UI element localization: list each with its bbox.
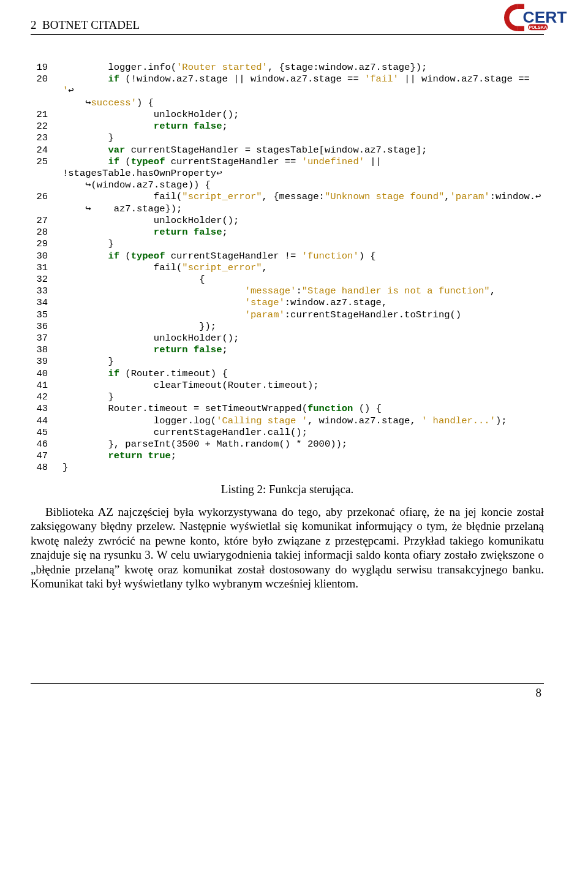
code-line: 47 return true;: [31, 450, 544, 462]
body-paragraph: Biblioteka AZ najczęściej była wykorzyst…: [31, 505, 544, 591]
code-content: }, parseInt(3500 + Math.random() * 2000)…: [62, 439, 347, 450]
code-content: return false;: [62, 344, 228, 356]
line-number: 40: [31, 368, 48, 380]
line-number: 28: [31, 227, 48, 238]
section-number: 2: [31, 18, 37, 31]
line-number: 32: [31, 274, 48, 285]
code-line: 45 currentStageHandler.call();: [31, 427, 544, 439]
code-line: 46 }, parseInt(3500 + Math.random() * 20…: [31, 439, 544, 450]
code-line: 36 });: [31, 321, 544, 333]
code-content: currentStageHandler.call();: [62, 427, 307, 439]
section-title: BOTNET CITADEL: [42, 18, 140, 31]
line-number: 46: [31, 439, 48, 450]
line-number: 43: [31, 403, 48, 415]
code-content: return false;: [62, 227, 228, 238]
code-content: }: [62, 356, 114, 368]
code-content: unlockHolder();: [62, 333, 239, 344]
line-number: 38: [31, 344, 48, 356]
code-line: 39 }: [31, 356, 544, 368]
line-number: 36: [31, 321, 48, 333]
line-number: 37: [31, 333, 48, 344]
line-number: 27: [31, 215, 48, 227]
logo-text-main: CERT: [523, 8, 567, 26]
code-content: logger.info('Router started', {stage:win…: [62, 62, 427, 74]
code-line: 30 if (typeof currentStageHandler != 'fu…: [31, 251, 544, 262]
code-line: 21 unlockHolder();: [31, 109, 544, 121]
line-number: 45: [31, 427, 48, 439]
footer-rule: [31, 683, 544, 684]
line-number: 34: [31, 297, 48, 309]
code-content: if (!window.az7.stage || window.az7.stag…: [62, 74, 544, 97]
line-number: 42: [31, 391, 48, 403]
line-number: 47: [31, 450, 48, 462]
line-number: 26: [31, 191, 48, 203]
listing-caption: Listing 2: Funkcja sterująca.: [31, 483, 544, 496]
line-number: 21: [31, 109, 48, 121]
code-line: 27 unlockHolder();: [31, 215, 544, 227]
logo-text-sub: POLSKA: [529, 25, 547, 30]
code-line: ↪(window.az7.stage)) {: [31, 179, 544, 191]
line-number: 35: [31, 309, 48, 321]
line-number: 31: [31, 262, 48, 274]
line-number: 23: [31, 132, 48, 144]
code-line: 33 'message':"Stage handler is not a fun…: [31, 285, 544, 297]
line-number: 41: [31, 380, 48, 391]
code-content: }: [62, 462, 68, 474]
code-line: 43 Router.timeout = setTimeoutWrapped(fu…: [31, 403, 544, 415]
code-line: 32 {: [31, 274, 544, 285]
line-number: 24: [31, 145, 48, 156]
code-line: 19 logger.info('Router started', {stage:…: [31, 62, 544, 74]
code-line: 24 var currentStageHandler = stagesTable…: [31, 145, 544, 156]
code-listing: 19 logger.info('Router started', {stage:…: [31, 62, 544, 474]
code-content: {: [62, 274, 205, 285]
code-line: 40 if (Router.timeout) {: [31, 368, 544, 380]
code-line: 38 return false;: [31, 344, 544, 356]
line-number: 48: [31, 462, 48, 474]
code-content: fail("script_error", {message:"Unknown s…: [62, 191, 541, 203]
code-content: return true;: [62, 450, 176, 462]
code-content: unlockHolder();: [62, 109, 239, 121]
line-number: 39: [31, 356, 48, 368]
page-number: 8: [31, 686, 544, 700]
code-line: 35 'param':currentStageHandler.toString(…: [31, 309, 544, 321]
code-line: 37 unlockHolder();: [31, 333, 544, 344]
code-line: 44 logger.log('Calling stage ', window.a…: [31, 415, 544, 427]
code-content: Router.timeout = setTimeoutWrapped(funct…: [62, 403, 382, 415]
line-number: 22: [31, 121, 48, 132]
code-content: ↪ az7.stage});: [62, 203, 182, 215]
code-content: }: [62, 132, 114, 144]
code-content: ↪success') {: [62, 97, 154, 109]
code-line: 34 'stage':window.az7.stage,: [31, 297, 544, 309]
line-number: 30: [31, 251, 48, 262]
code-line: 25 if (typeof currentStageHandler == 'un…: [31, 156, 544, 179]
code-content: unlockHolder();: [62, 215, 239, 227]
code-line: 29 }: [31, 238, 544, 250]
code-line: 28 return false;: [31, 227, 544, 238]
code-content: });: [62, 321, 216, 333]
line-number: [31, 203, 48, 215]
cert-polska-logo: CERT POLSKA: [502, 4, 576, 33]
code-line: 42 }: [31, 391, 544, 403]
line-number: 29: [31, 238, 48, 250]
code-content: return false;: [62, 121, 228, 132]
code-line: 31 fail("script_error",: [31, 262, 544, 274]
line-number: 20: [31, 74, 48, 97]
code-line: 23 }: [31, 132, 544, 144]
code-content: if (typeof currentStageHandler == 'undef…: [62, 156, 544, 179]
line-number: 44: [31, 415, 48, 427]
code-content: }: [62, 391, 114, 403]
code-line: 20 if (!window.az7.stage || window.az7.s…: [31, 74, 544, 97]
code-content: fail("script_error",: [62, 262, 268, 274]
code-content: ↪(window.az7.stage)) {: [62, 179, 211, 191]
code-content: var currentStageHandler = stagesTable[wi…: [62, 145, 427, 156]
line-number: [31, 179, 48, 191]
code-content: logger.log('Calling stage ', window.az7.…: [62, 415, 507, 427]
code-content: if (typeof currentStageHandler != 'funct…: [62, 251, 376, 262]
code-line: 41 clearTimeout(Router.timeout);: [31, 380, 544, 391]
code-content: }: [62, 238, 114, 250]
line-number: [31, 97, 48, 109]
code-content: 'stage':window.az7.stage,: [62, 297, 387, 309]
line-number: 33: [31, 285, 48, 297]
code-content: clearTimeout(Router.timeout);: [62, 380, 319, 391]
code-line: ↪ az7.stage});: [31, 203, 544, 215]
